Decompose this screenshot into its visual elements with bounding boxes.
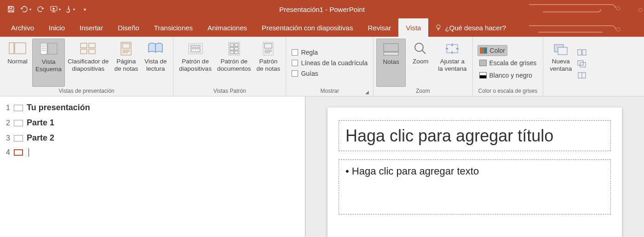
gridlines-checkbox[interactable]: Líneas de la cuadrícula (291, 58, 368, 68)
checkbox-icon (292, 49, 298, 56)
svg-rect-33 (578, 50, 581, 55)
outline-item[interactable]: 4 (2, 146, 303, 159)
fit-to-window-button[interactable]: Ajustar ala ventana (435, 39, 469, 87)
tab-diseno[interactable]: Diseño (110, 18, 147, 37)
group-label-ventana (546, 87, 588, 96)
svg-rect-17 (191, 49, 200, 52)
svg-rect-9 (80, 43, 87, 48)
move-split-icon[interactable] (577, 72, 586, 79)
titlebar: ▾ ▾ ▾ ▾ Presentación1 - PowerPoint (0, 0, 644, 18)
title-placeholder[interactable]: Haga clic para agregar título (339, 120, 611, 151)
arrange-all-icon[interactable] (577, 49, 586, 56)
decorative-lines-icon (524, 0, 644, 18)
slide-canvas[interactable]: Haga clic para agregar título Haga clic … (328, 107, 622, 237)
save-icon (7, 6, 15, 13)
customize-qat-button[interactable]: ▾ (78, 3, 91, 16)
redo-icon (37, 6, 44, 13)
tab-presentacion[interactable]: Presentación con diapositivas (254, 18, 360, 37)
reading-view-icon (147, 42, 164, 56)
group-vistas-patron: Patrón dediapositivas Patrón dedocumento… (173, 37, 286, 96)
outline-item[interactable]: 1 Tu presentación (2, 100, 303, 115)
tab-archivo[interactable]: Archivo (4, 18, 41, 37)
group-label-vistas-patron: Vistas Patrón (176, 87, 283, 96)
tell-me-search[interactable]: ¿Qué desea hacer? (428, 18, 512, 37)
guides-checkbox[interactable]: Guías (291, 69, 319, 78)
notes-master-icon (261, 41, 275, 56)
touch-mode-icon (65, 5, 72, 13)
svg-rect-16 (191, 45, 200, 47)
tab-revisar[interactable]: Revisar (360, 18, 398, 37)
normal-view-button[interactable]: Normal (3, 39, 32, 87)
decorative-lines-icon (524, 18, 644, 37)
outline-number: 4 (4, 148, 10, 157)
slide-editor-area[interactable]: Haga clic para agregar título Haga clic … (305, 96, 644, 237)
svg-point-1 (616, 6, 620, 10)
tab-transiciones[interactable]: Transiciones (147, 18, 200, 37)
present-from-beginning-button[interactable]: ▾ (49, 3, 62, 16)
zoom-button[interactable]: Zoom (406, 39, 435, 87)
notes-master-button[interactable]: Patrónde notas (253, 39, 283, 87)
new-window-icon (552, 42, 569, 56)
svg-rect-27 (384, 44, 398, 51)
ruler-checkbox[interactable]: Regla (291, 48, 319, 57)
svg-rect-14 (122, 44, 130, 48)
svg-rect-10 (89, 43, 95, 48)
svg-rect-23 (230, 51, 234, 54)
color-mode-button[interactable]: Color (477, 45, 507, 56)
present-from-beginning-icon (50, 6, 58, 13)
outline-number: 3 (4, 134, 10, 142)
grayscale-mode-button[interactable]: Escala de grises (477, 57, 539, 68)
slide-master-icon (187, 42, 204, 56)
slide-sorter-button[interactable]: Clasificador dediapositivas (65, 39, 111, 87)
tab-insertar[interactable]: Insertar (72, 18, 110, 37)
svg-rect-24 (235, 51, 238, 54)
quick-access-toolbar: ▾ ▾ ▾ ▾ (0, 3, 91, 16)
text-cursor-icon (29, 148, 29, 157)
group-label-color: Color o escala de grises (476, 87, 540, 96)
ribbon-tabs: Archivo Inicio Insertar Diseño Transicio… (0, 18, 644, 37)
dropdown-caret-icon: ▾ (73, 7, 75, 11)
tab-animaciones[interactable]: Animaciones (200, 18, 254, 37)
zoom-icon (413, 41, 428, 56)
slide-thumb-icon (14, 105, 23, 111)
handout-master-button[interactable]: Patrón dedocumentos (214, 39, 254, 87)
checkbox-icon (292, 70, 298, 77)
body-placeholder[interactable]: Haga clic para agregar texto (339, 159, 611, 214)
svg-rect-6 (15, 43, 26, 54)
slide-master-button[interactable]: Patrón dediapositivas (176, 39, 214, 87)
outline-view-button[interactable]: VistaEsquema (32, 39, 65, 87)
tab-vista[interactable]: Vista (398, 18, 428, 37)
undo-icon (20, 6, 29, 13)
cascade-icon[interactable] (577, 60, 586, 68)
undo-button[interactable]: ▾ (19, 3, 32, 16)
outline-view-icon (40, 42, 58, 56)
notes-page-button[interactable]: Páginade notas (111, 39, 141, 87)
notes-page-icon (119, 41, 133, 56)
outline-item[interactable]: 3 Parte 2 (2, 130, 303, 146)
dropdown-caret-icon: ▾ (59, 7, 61, 11)
normal-view-icon (9, 42, 26, 56)
touch-mode-button[interactable]: ▾ (63, 3, 76, 16)
fit-to-window-icon (444, 42, 460, 56)
reading-view-button[interactable]: Vista delectura (141, 39, 170, 87)
outline-item[interactable]: 2 Parte 1 (2, 115, 303, 130)
group-ventana: Nuevaventana (543, 37, 591, 96)
outline-pane[interactable]: 1 Tu presentación 2 Parte 1 3 Parte 2 4 (0, 96, 305, 237)
tab-inicio[interactable]: Inicio (41, 18, 72, 37)
notes-button[interactable]: Notas (376, 39, 406, 87)
svg-rect-18 (229, 42, 240, 55)
new-window-button[interactable]: Nuevaventana (546, 39, 575, 87)
app-title: Presentación1 - PowerPoint (279, 6, 365, 13)
handout-master-icon (227, 41, 242, 56)
customize-qat-icon: ▾ (84, 7, 86, 12)
outline-number: 1 (4, 104, 10, 112)
save-button[interactable] (5, 3, 17, 16)
black-white-mode-button[interactable]: Blanco y negro (477, 70, 534, 81)
slide-thumb-icon (14, 135, 23, 141)
notes-icon (383, 42, 399, 56)
svg-rect-36 (580, 62, 586, 67)
tell-me-placeholder: ¿Qué desea hacer? (445, 24, 506, 32)
group-label-zoom: Zoom (376, 87, 469, 96)
mostrar-dialog-launcher[interactable]: ◢ (364, 89, 370, 95)
redo-button[interactable] (34, 3, 47, 16)
